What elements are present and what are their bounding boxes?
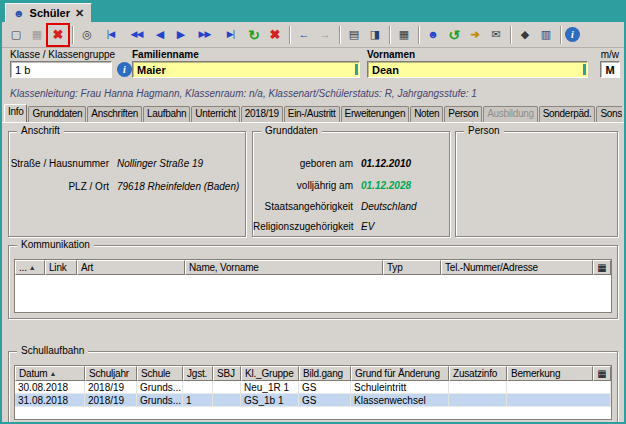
fast-prior-button[interactable]: ◀◀	[124, 25, 149, 45]
column-zusatzinfo[interactable]: Zusatzinfo	[449, 366, 507, 381]
tab-sonstiges[interactable]: Sonstiges	[596, 106, 622, 122]
volljaehrig-row: volljährig am 01.12.2028	[253, 180, 445, 191]
cell-kl-gruppe: GS_1b 1	[241, 394, 299, 407]
cell-bemerkung	[507, 394, 611, 407]
page-tabs: Info Grunddaten Anschriften Laufbahn Unt…	[4, 104, 622, 122]
klassenleitung-infoline: Klassenleitung: Frau Hanna Hagmann, Klas…	[10, 88, 616, 99]
anschrift-title: Anschrift	[17, 125, 64, 136]
tab-grunddaten[interactable]: Grunddaten	[28, 106, 86, 122]
mail-button[interactable]: ✉	[486, 25, 506, 45]
toolbar-separator	[72, 26, 73, 44]
kommunikation-grid-body[interactable]	[15, 275, 611, 312]
column-kl-gruppe[interactable]: Kl._Gruppe	[241, 366, 299, 381]
klasse-info-icon[interactable]: i	[117, 62, 132, 77]
prior-record-button[interactable]: ◀	[150, 25, 170, 45]
column-link[interactable]: Link	[45, 260, 77, 275]
cell-datum: 31.08.2018	[15, 394, 85, 407]
refresh-button[interactable]: ↻	[244, 25, 264, 45]
familienname-input[interactable]: Maier	[132, 61, 360, 78]
tab-laufbahn[interactable]: Laufbahn	[143, 106, 190, 122]
print-preview-button[interactable]: ◨	[365, 25, 385, 45]
kommunikation-title: Kommunikation	[17, 239, 94, 250]
column-typ[interactable]: Typ	[383, 260, 441, 275]
tab-close-icon[interactable]: ✕	[75, 7, 84, 20]
grunddaten-section: Grunddaten geboren am 01.12.2010 volljäh…	[252, 131, 450, 237]
fast-next-button[interactable]: ▶▶	[192, 25, 217, 45]
klasse-input[interactable]: 1 b	[10, 61, 112, 78]
column-art[interactable]: Art	[77, 260, 185, 275]
students-button[interactable]: ☻	[423, 25, 443, 45]
toolbar-separator	[289, 26, 290, 44]
tab-anschriften[interactable]: Anschriften	[87, 106, 142, 122]
toolbar: ▢ ▦ ✖ ◎ |◀ ◀◀ ◀ ▶ ▶▶ ▶| ↻ ✖ ← → ▤ ◨ ▦ ☻ …	[2, 22, 624, 48]
new-record-button[interactable]: ▢	[6, 25, 26, 45]
tab-schueler-label: Schüler	[30, 7, 70, 19]
info-tab-content: Anschrift Straße / Hausnummer Nollinger …	[2, 122, 624, 422]
cell-sbj	[213, 381, 241, 394]
export-button[interactable]: ➔	[465, 25, 485, 45]
mw-input[interactable]: M	[600, 61, 620, 78]
schullaufbahn-row[interactable]: 31.08.2018 2018/19 Grunds... 1 GS_1b 1 G…	[15, 394, 611, 407]
geboren-row: geboren am 01.12.2010	[253, 158, 445, 169]
save-button[interactable]: ▦	[27, 25, 47, 45]
kommunikation-section: Kommunikation ...▲ Link Art Name, Vornam…	[8, 245, 618, 319]
column-sbj[interactable]: SBJ	[213, 366, 241, 381]
list-button[interactable]: ▦	[394, 25, 414, 45]
tab-ein-austritt[interactable]: Ein-/Austritt	[284, 106, 340, 122]
next-record-button[interactable]: ▶	[171, 25, 191, 45]
last-record-button[interactable]: ▶|	[218, 25, 243, 45]
reload-data-button[interactable]: ↺	[444, 25, 464, 45]
tab-schuljahr[interactable]: 2018/19	[241, 106, 283, 122]
column-selector-button[interactable]: ▦	[593, 366, 611, 381]
toolbar-separator	[418, 26, 419, 44]
cell-schuljahr: 2018/19	[85, 381, 137, 394]
students-icon: ☻	[13, 8, 25, 19]
column-bildgang[interactable]: Bild.gang	[299, 366, 351, 381]
schueler-window: ☻ Schüler ✕ ▢ ▦ ✖ ◎ |◀ ◀◀ ◀ ▶ ▶▶ ▶| ↻ ✖ …	[0, 0, 626, 424]
toolbar-separator	[560, 26, 561, 44]
tab-schueler[interactable]: ☻ Schüler ✕	[5, 3, 92, 22]
strasse-label: Straße / Hausnummer	[9, 158, 109, 169]
tab-erweiterungen[interactable]: Erweiterungen	[341, 106, 410, 122]
schullaufbahn-title: Schullaufbahn	[17, 345, 88, 356]
info-button[interactable]: i	[565, 27, 580, 42]
column-name-vorname[interactable]: Name, Vorname	[185, 260, 383, 275]
first-record-button[interactable]: |◀	[98, 25, 123, 45]
cell-jgst	[183, 381, 213, 394]
column-tel-adresse[interactable]: Tel.-Nummer/Adresse	[441, 260, 593, 275]
plz-ort-row: PLZ / Ort 79618 Rheinfelden (Baden)	[9, 181, 241, 192]
schullaufbahn-grid-header: Datum▲ Schuljahr Schule Jgst. SBJ Kl._Gr…	[15, 366, 611, 381]
nav-forward-button[interactable]: →	[315, 25, 335, 45]
field-flag	[583, 64, 586, 75]
kommunikation-grid: ...▲ Link Art Name, Vorname Typ Tel.-Num…	[14, 259, 612, 313]
print-button[interactable]: ▤	[344, 25, 364, 45]
tab-sonderpaed[interactable]: Sonderpäd.	[539, 106, 596, 122]
grunddaten-title: Grunddaten	[261, 125, 322, 136]
schullaufbahn-section: Schullaufbahn Datum▲ Schuljahr Schule Jg…	[8, 351, 618, 424]
religion-row: Religionszugehörigkeit EV	[253, 221, 445, 232]
search-button[interactable]: ◎	[77, 25, 97, 45]
tab-noten[interactable]: Noten	[410, 106, 443, 122]
column-bemerkung[interactable]: Bemerkung	[507, 366, 593, 381]
cancel-button[interactable]: ✖	[265, 25, 285, 45]
column-selector-button[interactable]: ▦	[593, 260, 611, 275]
delete-button[interactable]: ✖	[48, 25, 68, 45]
cell-bildgang: GS	[299, 381, 351, 394]
staatsangehoerigkeit-label: Staatsangehörigkeit	[253, 201, 353, 212]
nav-back-button[interactable]: ←	[294, 25, 314, 45]
column-datum[interactable]: Datum▲	[15, 366, 85, 381]
settings-button[interactable]: ◆	[515, 25, 535, 45]
statistics-button[interactable]: ▥	[536, 25, 556, 45]
toolbar-separator	[510, 26, 511, 44]
column-schuljahr[interactable]: Schuljahr	[85, 366, 137, 381]
tab-person[interactable]: Person	[444, 106, 482, 122]
vornamen-input[interactable]: Dean	[367, 61, 588, 78]
column-schule[interactable]: Schule	[137, 366, 183, 381]
tab-unterricht[interactable]: Unterricht	[191, 106, 239, 122]
schullaufbahn-row[interactable]: 30.08.2018 2018/19 Grunds... Neu_1R 1 GS…	[15, 381, 611, 394]
column-marker[interactable]: ...▲	[15, 260, 45, 275]
kommunikation-grid-header: ...▲ Link Art Name, Vorname Typ Tel.-Num…	[15, 260, 611, 275]
column-jgst[interactable]: Jgst.	[183, 366, 213, 381]
column-grund[interactable]: Grund für Änderung	[351, 366, 449, 381]
tab-info[interactable]: Info	[4, 104, 27, 122]
